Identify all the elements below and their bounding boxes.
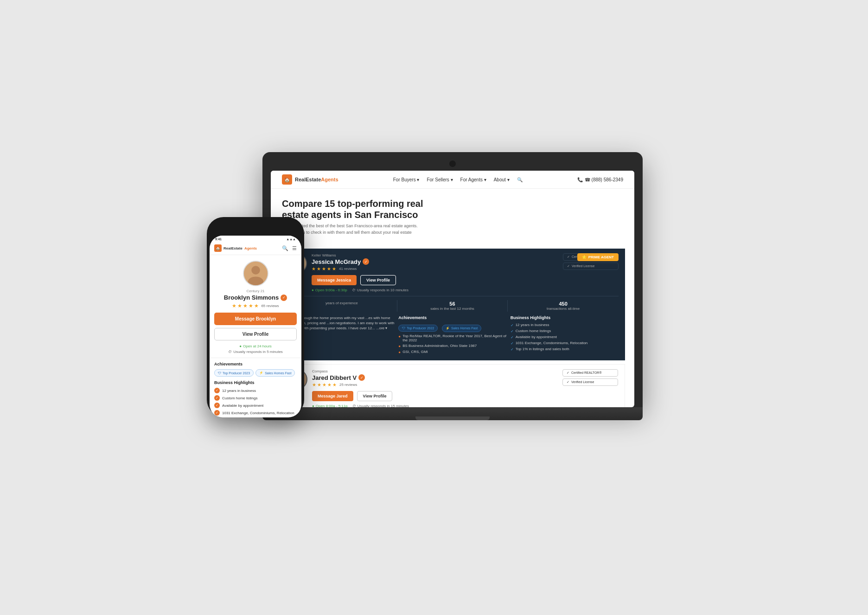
phone-logo: 🏠 RealEstateAgents <box>214 244 257 252</box>
message-jessica-button[interactable]: Message Jessica <box>312 275 357 285</box>
phone-search-icon[interactable]: 🔍 <box>282 245 288 251</box>
phone-brokerage: Century 21 <box>246 289 264 293</box>
clock-icon-2: ⏱ <box>352 404 356 408</box>
laptop-device: 🏠 RealEstateAgents For Buyers ▾ For Sell… <box>262 152 643 468</box>
stat-sales-label: sales in the last 12 months <box>398 307 507 311</box>
agent-card-1: ⭐ PRIME AGENT Keller Williams <box>280 249 625 360</box>
phone-badge-top-producer: 🛡 Top Producer 2023 <box>214 369 254 377</box>
prime-icon: ⭐ <box>582 255 587 259</box>
phone-status-bar: 9:41 ▲▲▲ <box>210 236 301 243</box>
laptop-base <box>262 407 643 420</box>
check-icon-4: ✓ <box>214 410 220 416</box>
logo-icon: 🏠 <box>282 174 292 185</box>
highlight-5: ✓ Top 1% in listings and sales both <box>511 347 619 352</box>
star2-5: ★ <box>332 382 337 387</box>
highlight-2: ✓ Custom home listings <box>511 329 619 333</box>
view-profile-jessica-button[interactable]: View Profile <box>360 275 396 285</box>
agent-name-2: Jared Dibbert V <box>312 374 357 381</box>
nav-logo: 🏠 RealEstateAgents <box>282 174 338 185</box>
highlights-col-1: Business Highlights ✓ 12 years in busine… <box>511 315 619 356</box>
verified-license-1: ✓ Verified License <box>563 263 619 270</box>
phone-agent-avatar <box>243 261 268 286</box>
svg-point-7 <box>251 266 260 275</box>
stat-transactions-label: transactions all-time <box>509 307 618 311</box>
phone-highlight-2: ✓ Custom home listings <box>214 395 297 401</box>
highlight-3: ✓ Available by appointment <box>511 335 619 340</box>
agent-name-1: Jessica McGrady <box>312 258 361 265</box>
star-5: ★ <box>332 266 336 271</box>
phone-nav: 🏠 RealEstateAgents 🔍 ☰ <box>210 243 301 255</box>
phone-menu-icon[interactable]: ☰ <box>292 245 297 251</box>
check-icon-3: ✓ <box>214 403 220 408</box>
achievement-item-1: ● Top Re/Max REALTOR, Rookie of the Year… <box>398 334 506 342</box>
phone-highlights-section: Business Highlights ✓ 12 years in busine… <box>210 380 301 417</box>
agent-info-1: Keller Williams Jessica McGrady ✓ ★ ★ ★ … <box>312 253 558 292</box>
phone-star-1: ★ <box>232 303 236 309</box>
star-1: ★ <box>312 266 316 271</box>
phone-open-dot: ● <box>239 344 242 348</box>
phone-highlight-4: ✓ 1031 Exchange, Condominiums, Relocatio… <box>214 410 297 416</box>
phone-stars: ★ ★ ★ ★ ★ 65 reviews <box>232 303 279 309</box>
agent-details-grid-1: ...dents through the home process with m… <box>287 315 619 356</box>
phone-badge-sales-fast: ⚡ Sales Homes Fast <box>255 369 295 377</box>
achievement-item-2: ● BS Business Administration, Ohio State… <box>398 344 506 348</box>
nav-phone: 📞 ☎ (888) 586-2349 <box>577 177 623 182</box>
phone-reviews: 65 reviews <box>261 304 279 308</box>
nav-for-sellers[interactable]: For Sellers ▾ <box>427 177 453 182</box>
star-2: ★ <box>317 266 321 271</box>
highlight-1: ✓ 12 years in business <box>511 323 619 327</box>
achievement-item-3: ● GSI, CRS, GMI <box>398 350 506 354</box>
phone-message-button[interactable]: Message Brooklyn <box>214 313 297 325</box>
license-icon-2: ✓ <box>567 380 569 384</box>
phone-logo-icon: 🏠 <box>214 244 222 252</box>
dot-2: ● <box>398 344 401 348</box>
phone-shield-icon: 🛡 <box>218 372 221 375</box>
open-dot-2: ● <box>312 404 314 408</box>
open-dot: ● <box>312 288 314 292</box>
verified-license-2: ✓ Verified License <box>562 378 618 386</box>
nav-links: For Buyers ▾ For Sellers ▾ For Agents ▾ … <box>393 177 523 182</box>
verified-icon-2: ✓ <box>358 374 365 381</box>
achievements-col-1: Achievements 🛡 Top Producer 2022 ⚡ Sales… <box>398 315 506 356</box>
dot-1: ● <box>398 334 401 339</box>
website-nav: 🏠 RealEstateAgents For Buyers ▾ For Sell… <box>271 171 634 189</box>
stat-sales-num: 56 <box>398 301 507 307</box>
agent1-status-responds: ⏱ Usually responds in 10 minutes <box>352 288 408 292</box>
agent-card-2: Compass Jared Dibbert V ✓ ★ ★ ★ ★ ★ 25 r… <box>280 364 625 408</box>
phone-highlight-3: ✓ Available by appointment <box>214 403 297 408</box>
scene: 🏠 RealEstateAgents For Buyers ▾ For Sell… <box>179 134 689 481</box>
search-icon[interactable]: 🔍 <box>517 177 523 182</box>
phone-status-responds: ⏱ Usually responds in 5 minutes <box>228 350 283 354</box>
phone-highlight-1: ✓ 12 years in business <box>214 388 297 393</box>
clock-icon-1: ⏱ <box>352 288 356 292</box>
nav-about[interactable]: About ▾ <box>494 177 510 182</box>
phone-status: ● Open at 24 hours ⏱ Usually responds in… <box>228 344 283 354</box>
agent-brokerage-2: Compass <box>312 369 558 373</box>
agent-brokerage-1: Keller Williams <box>312 253 558 257</box>
logo-text: RealEstateAgents <box>295 177 338 182</box>
cert-badges-2: ✓ Certified REALTOR® ✓ Verified License <box>562 369 618 386</box>
dot-3: ● <box>398 350 401 354</box>
phone-screen: 9:41 ▲▲▲ 🏠 RealEstateAgents 🔍 ☰ <box>210 236 301 417</box>
view-profile-jared-button[interactable]: View Profile <box>357 391 393 401</box>
message-jared-button[interactable]: Message Jared <box>312 391 353 401</box>
phone-star-2: ★ <box>237 303 242 309</box>
stat-transactions: 450 transactions all-time <box>508 300 619 312</box>
phone-agent-header: Century 21 Brooklyn Simmons ✓ ★ ★ ★ ★ ★ … <box>210 255 301 358</box>
check-icon-1: ✓ <box>214 388 220 393</box>
agent-reviews-2: 25 reviews <box>339 383 357 387</box>
phone-status-open: ● Open at 24 hours <box>239 344 272 348</box>
star2-1: ★ <box>312 382 316 387</box>
nav-for-buyers[interactable]: For Buyers ▾ <box>393 177 420 182</box>
shield-icon: 🛡 <box>402 327 405 330</box>
agent-stats-1: years of experience 56 sales in the last… <box>287 296 619 312</box>
stat-transactions-num: 450 <box>509 301 618 307</box>
phone-agent-name-row: Brooklyn Simmons ✓ <box>224 294 287 301</box>
phone-signal-icons: ▲▲▲ <box>286 237 296 241</box>
star-3: ★ <box>322 266 326 271</box>
prime-badge: ⭐ PRIME AGENT <box>577 253 619 261</box>
cert-icon-2: ✓ <box>567 371 569 375</box>
nav-for-agents[interactable]: For Agents ▾ <box>460 177 486 182</box>
phone-view-profile-button[interactable]: View Profile <box>214 328 297 340</box>
phone-highlights-title: Business Highlights <box>214 380 297 385</box>
